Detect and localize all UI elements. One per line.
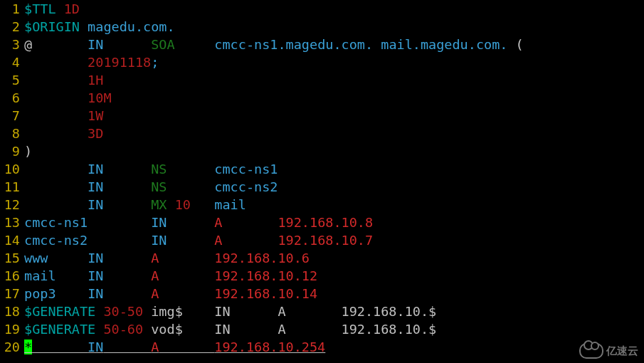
code-content[interactable]: cmcc-ns2 IN A 192.168.10.7	[24, 231, 373, 249]
line-number: 7	[0, 107, 24, 125]
code-line[interactable]: 17pop3 IN A 192.168.10.14	[0, 285, 644, 302]
code-line[interactable]: 19$GENERATE 50-60 vod$ IN A 192.168.10.$	[0, 320, 644, 338]
code-content[interactable]: mail IN A 192.168.10.12	[24, 267, 317, 285]
code-content[interactable]: 1W	[24, 107, 103, 125]
token	[24, 55, 88, 70]
token	[175, 37, 215, 52]
token: 192.168.10.12	[214, 268, 317, 283]
token: cmcc-ns1	[24, 215, 88, 230]
code-line[interactable]: 11 IN NS cmcc-ns2	[0, 178, 644, 196]
token	[56, 286, 88, 301]
line-number: 6	[0, 89, 24, 107]
token: 192.168.10.7	[278, 233, 373, 248]
line-number: 10	[0, 160, 24, 178]
token: SOA	[151, 37, 174, 52]
code-line[interactable]: 10 IN NS cmcc-ns1	[0, 160, 644, 178]
code-line[interactable]: 13cmcc-ns1 IN A 192.168.10.8	[0, 214, 644, 231]
code-line[interactable]: 8 3D	[0, 125, 644, 142]
watermark: 亿速云	[579, 343, 638, 359]
token: cmcc-ns1.magedu.com. mail.magedu.com.	[214, 37, 515, 52]
code-content[interactable]: IN MX 10 mail	[24, 196, 246, 214]
token: $GENERATE	[24, 322, 95, 337]
token: www	[24, 251, 48, 265]
code-line[interactable]: 6 10M	[0, 89, 644, 107]
token	[88, 215, 151, 230]
code-content[interactable]: 1H	[24, 71, 103, 89]
code-line[interactable]: 7 1W	[0, 107, 644, 125]
line-number: 18	[0, 302, 24, 320]
token: 1D	[64, 1, 80, 16]
token	[103, 340, 151, 354]
code-content[interactable]: IN NS cmcc-ns1	[24, 160, 278, 178]
line-number: 13	[0, 214, 24, 231]
code-line[interactable]: 12 IN MX 10 mail	[0, 196, 644, 214]
token: 1W	[88, 108, 103, 123]
token: 20191118	[88, 55, 151, 70]
token: cmcc-ns2	[214, 179, 278, 194]
code-content[interactable]: )	[24, 142, 32, 160]
token: magedu.com.	[88, 19, 175, 34]
token: )	[24, 144, 32, 159]
token: $GENERATE	[24, 304, 95, 319]
code-line[interactable]: 1$TTL 1D	[0, 0, 644, 18]
token	[159, 268, 214, 283]
code-content[interactable]: 20191118;	[24, 53, 159, 71]
token	[167, 215, 215, 230]
code-content[interactable]: $ORIGIN magedu.com.	[24, 18, 175, 36]
token	[103, 286, 151, 301]
token: ;	[151, 55, 159, 70]
code-editor[interactable]: 1$TTL 1D2$ORIGIN magedu.com.3@ IN SOA cm…	[0, 0, 644, 356]
code-line[interactable]: 18$GENERATE 30-50 img$ IN A 192.168.10.$	[0, 302, 644, 320]
token: 192.168.10.8	[278, 215, 373, 230]
token: A	[151, 340, 159, 354]
token	[159, 286, 214, 301]
code-content[interactable]: 10M	[24, 89, 112, 107]
token: A	[214, 233, 222, 248]
token	[24, 126, 88, 141]
token: 1H	[88, 73, 103, 88]
token: NS	[151, 179, 167, 194]
code-content[interactable]: 3D	[24, 125, 103, 142]
code-content[interactable]: $GENERATE 50-60 vod$ IN A 192.168.10.$	[24, 320, 436, 338]
token	[95, 322, 103, 337]
token: 3D	[88, 126, 103, 141]
token	[222, 233, 278, 248]
code-content[interactable]: * IN A 192.168.10.254	[24, 338, 325, 356]
code-line[interactable]: 3@ IN SOA cmcc-ns1.magedu.com. mail.mage…	[0, 36, 644, 53]
token: A	[151, 268, 159, 283]
token: (	[516, 37, 524, 52]
token: 192.168.10.14	[214, 286, 317, 301]
code-content[interactable]: $TTL 1D	[24, 0, 80, 18]
code-line[interactable]: 9)	[0, 142, 644, 160]
code-content[interactable]: cmcc-ns1 IN A 192.168.10.8	[24, 214, 373, 231]
token: NS	[151, 162, 167, 177]
token: IN	[88, 251, 103, 265]
cloud-icon	[579, 343, 603, 359]
code-content[interactable]: www IN A 192.168.10.6	[24, 249, 310, 267]
line-number: 16	[0, 267, 24, 285]
code-line[interactable]: 4 20191118;	[0, 53, 644, 71]
token	[103, 268, 151, 283]
line-number: 15	[0, 249, 24, 267]
code-line[interactable]: 5 1H	[0, 71, 644, 89]
code-content[interactable]: pop3 IN A 192.168.10.14	[24, 285, 317, 302]
code-line[interactable]: 2$ORIGIN magedu.com.	[0, 18, 644, 36]
code-content[interactable]: @ IN SOA cmcc-ns1.magedu.com. mail.maged…	[24, 36, 524, 53]
token: 50-60	[103, 322, 143, 337]
token	[167, 179, 215, 194]
line-number: 2	[0, 18, 24, 36]
code-line[interactable]: 16mail IN A 192.168.10.12	[0, 267, 644, 285]
line-number: 8	[0, 125, 24, 142]
token: vod$ IN A 192.168.10.$	[143, 322, 436, 337]
token: $ORIGIN	[24, 19, 80, 34]
token	[103, 162, 151, 177]
code-line[interactable]: 20* IN A 192.168.10.254	[0, 338, 644, 356]
line-number: 9	[0, 142, 24, 160]
token	[24, 90, 88, 105]
token: cmcc-ns2	[24, 233, 88, 248]
token: IN	[88, 340, 103, 354]
code-line[interactable]: 15www IN A 192.168.10.6	[0, 249, 644, 267]
code-content[interactable]: IN NS cmcc-ns2	[24, 178, 278, 196]
code-line[interactable]: 14cmcc-ns2 IN A 192.168.10.7	[0, 231, 644, 249]
code-content[interactable]: $GENERATE 30-50 img$ IN A 192.168.10.$	[24, 302, 436, 320]
